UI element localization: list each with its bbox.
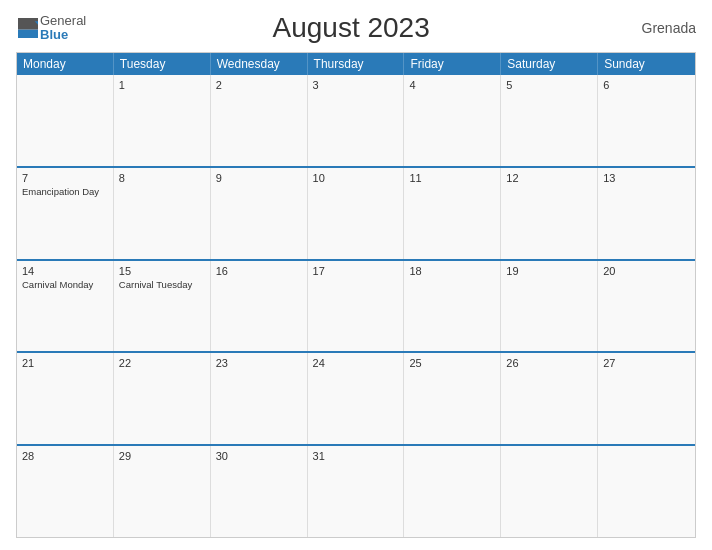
day-header-friday: Friday [404, 53, 501, 75]
day-cell [17, 75, 114, 166]
day-cell: 15Carnival Tuesday [114, 261, 211, 352]
day-cell: 4 [404, 75, 501, 166]
country-label: Grenada [616, 20, 696, 36]
day-number: 30 [216, 450, 302, 462]
week-row-1: 123456 [17, 75, 695, 166]
day-number: 5 [506, 79, 592, 91]
day-header-monday: Monday [17, 53, 114, 75]
day-cell: 11 [404, 168, 501, 259]
page: General Blue August 2023 Grenada MondayT… [0, 0, 712, 550]
day-headers: MondayTuesdayWednesdayThursdayFridaySatu… [17, 53, 695, 75]
day-cell: 21 [17, 353, 114, 444]
calendar: MondayTuesdayWednesdayThursdayFridaySatu… [16, 52, 696, 538]
weeks: 1234567Emancipation Day891011121314Carni… [17, 75, 695, 537]
day-number: 27 [603, 357, 690, 369]
day-cell: 9 [211, 168, 308, 259]
day-cell: 6 [598, 75, 695, 166]
day-number: 17 [313, 265, 399, 277]
day-cell: 17 [308, 261, 405, 352]
day-cell: 28 [17, 446, 114, 537]
day-number: 16 [216, 265, 302, 277]
day-cell: 24 [308, 353, 405, 444]
day-cell: 3 [308, 75, 405, 166]
day-cell: 18 [404, 261, 501, 352]
day-number: 29 [119, 450, 205, 462]
day-number: 2 [216, 79, 302, 91]
day-cell: 29 [114, 446, 211, 537]
logo-line1: General [40, 14, 86, 28]
day-cell [501, 446, 598, 537]
day-number: 9 [216, 172, 302, 184]
day-number: 11 [409, 172, 495, 184]
day-event: Carnival Monday [22, 279, 108, 291]
day-cell: 30 [211, 446, 308, 537]
day-cell [598, 446, 695, 537]
day-number: 19 [506, 265, 592, 277]
day-cell: 19 [501, 261, 598, 352]
day-number: 28 [22, 450, 108, 462]
day-header-saturday: Saturday [501, 53, 598, 75]
svg-rect-1 [18, 30, 38, 38]
day-number: 26 [506, 357, 592, 369]
day-number: 14 [22, 265, 108, 277]
week-row-3: 14Carnival Monday15Carnival Tuesday16171… [17, 259, 695, 352]
week-row-5: 28293031 [17, 444, 695, 537]
day-cell: 31 [308, 446, 405, 537]
day-number: 13 [603, 172, 690, 184]
day-header-wednesday: Wednesday [211, 53, 308, 75]
day-number: 18 [409, 265, 495, 277]
logo-icon [18, 18, 38, 38]
day-cell: 25 [404, 353, 501, 444]
week-row-4: 21222324252627 [17, 351, 695, 444]
day-number: 31 [313, 450, 399, 462]
day-number: 10 [313, 172, 399, 184]
svg-rect-0 [18, 18, 38, 30]
day-cell: 13 [598, 168, 695, 259]
day-header-thursday: Thursday [308, 53, 405, 75]
day-cell: 5 [501, 75, 598, 166]
day-number: 24 [313, 357, 399, 369]
day-number: 1 [119, 79, 205, 91]
day-number: 22 [119, 357, 205, 369]
day-number: 25 [409, 357, 495, 369]
day-cell: 27 [598, 353, 695, 444]
day-number: 7 [22, 172, 108, 184]
week-row-2: 7Emancipation Day8910111213 [17, 166, 695, 259]
day-number: 8 [119, 172, 205, 184]
day-number: 3 [313, 79, 399, 91]
day-cell: 22 [114, 353, 211, 444]
day-number: 12 [506, 172, 592, 184]
logo: General Blue [16, 14, 86, 43]
header: General Blue August 2023 Grenada [16, 12, 696, 44]
day-cell: 16 [211, 261, 308, 352]
day-header-sunday: Sunday [598, 53, 695, 75]
day-event: Carnival Tuesday [119, 279, 205, 291]
day-cell [404, 446, 501, 537]
day-number: 6 [603, 79, 690, 91]
day-number: 15 [119, 265, 205, 277]
day-number: 4 [409, 79, 495, 91]
day-event: Emancipation Day [22, 186, 108, 198]
day-cell: 10 [308, 168, 405, 259]
day-cell: 7Emancipation Day [17, 168, 114, 259]
day-cell: 2 [211, 75, 308, 166]
logo-line2: Blue [40, 28, 86, 42]
day-number: 23 [216, 357, 302, 369]
day-cell: 14Carnival Monday [17, 261, 114, 352]
day-number: 21 [22, 357, 108, 369]
day-cell: 23 [211, 353, 308, 444]
logo-text: General Blue [40, 14, 86, 43]
day-cell: 26 [501, 353, 598, 444]
day-cell: 12 [501, 168, 598, 259]
calendar-title: August 2023 [86, 12, 616, 44]
day-number: 20 [603, 265, 690, 277]
day-header-tuesday: Tuesday [114, 53, 211, 75]
day-cell: 8 [114, 168, 211, 259]
day-cell: 1 [114, 75, 211, 166]
day-cell: 20 [598, 261, 695, 352]
